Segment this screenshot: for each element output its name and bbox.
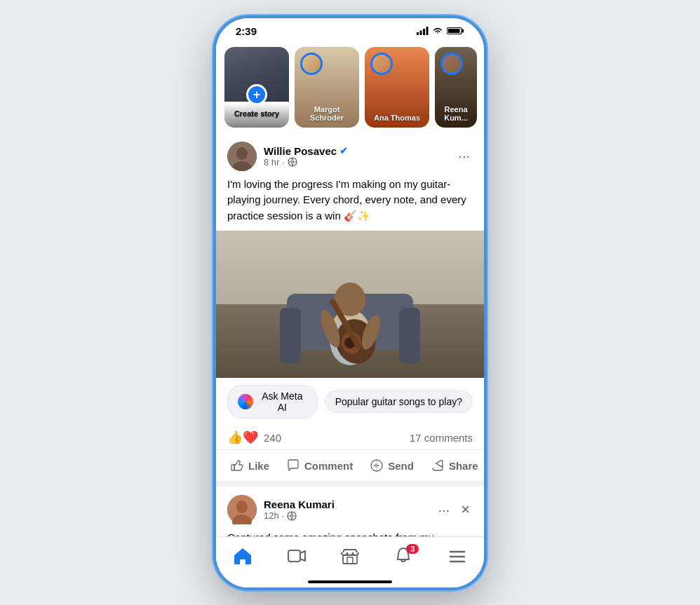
story-card-margot[interactable]: Margot Schroder — [295, 47, 359, 128]
status-time: 2:39 — [236, 25, 257, 37]
ai-suggestion-row: Ask Meta AI Popular guitar songs to play… — [216, 378, 484, 426]
svg-rect-3 — [426, 27, 429, 35]
svg-rect-2 — [423, 29, 425, 35]
phone-content: + Create story Margot Schroder Ana Thoma… — [216, 41, 484, 587]
svg-point-27 — [236, 501, 248, 513]
share-icon — [431, 458, 445, 473]
svg-rect-13 — [280, 308, 301, 364]
post2-text: Captured some amazing snapshots from my … — [227, 530, 473, 536]
notifications-badge: 3 — [406, 544, 419, 554]
bottom-nav: 3 — [216, 536, 484, 578]
post1-avatar[interactable] — [227, 142, 257, 171]
svg-rect-24 — [231, 465, 234, 470]
post2-avatar[interactable] — [227, 495, 257, 524]
like-emoji: 👍 — [227, 430, 243, 445]
wifi-icon — [432, 27, 443, 35]
send-btn[interactable]: Send — [361, 453, 422, 478]
post1-text: I'm loving the progress I'm making on my… — [216, 177, 484, 231]
nav-item-menu[interactable] — [439, 544, 476, 568]
menu-icon — [447, 547, 467, 565]
nav-item-marketplace[interactable] — [332, 544, 368, 568]
create-story-plus: + — [246, 84, 267, 105]
verified-badge: ✔ — [339, 145, 348, 156]
like-btn[interactable]: Like — [222, 453, 278, 478]
reaction-count: 240 — [264, 432, 281, 444]
story-card-create[interactable]: + Create story — [224, 47, 289, 128]
svg-rect-14 — [399, 308, 420, 364]
globe-icon-2 — [287, 511, 297, 521]
status-bar: 2:39 — [216, 18, 484, 41]
post2-author-name[interactable]: Reena Kumari — [264, 498, 335, 510]
post1-options-btn[interactable]: ··· — [455, 145, 473, 167]
svg-point-8 — [236, 147, 248, 160]
nav-item-home[interactable] — [224, 544, 261, 568]
globe-icon — [288, 157, 297, 167]
love-emoji: ❤️ — [243, 430, 258, 445]
post-card-1: Willie Posavec ✔ 8 hr · — [216, 133, 484, 482]
story-card-reena[interactable]: Reena Kum... — [435, 47, 477, 128]
post-card-2: Reena Kumari 12h · — [216, 487, 484, 536]
svg-rect-0 — [417, 32, 419, 35]
svg-rect-31 — [288, 550, 300, 562]
ask-meta-btn[interactable]: Ask Meta AI — [227, 385, 318, 419]
phone-frame: 2:39 — [213, 15, 487, 590]
nav-item-video[interactable] — [278, 544, 315, 568]
marketplace-icon — [340, 547, 360, 565]
reactions-row: 👍 ❤️ 240 17 comments — [216, 426, 484, 450]
home-indicator — [308, 580, 392, 583]
svg-rect-32 — [343, 555, 357, 564]
svg-rect-5 — [462, 29, 464, 33]
comments-count[interactable]: 17 comments — [410, 432, 473, 444]
post2-header-actions: ··· × — [435, 499, 473, 521]
svg-rect-33 — [347, 557, 353, 564]
post1-author-info: Willie Posavec ✔ 8 hr · — [264, 145, 348, 168]
post-header-left-1: Willie Posavec ✔ 8 hr · — [227, 142, 348, 171]
post2-options-btn[interactable]: ··· — [435, 499, 452, 521]
status-icons — [417, 27, 464, 35]
post2-close-btn[interactable]: × — [458, 501, 473, 519]
suggestion-chip[interactable]: Popular guitar songs to play? — [325, 390, 473, 413]
action-row: Like Comment Send — [216, 450, 484, 481]
comment-btn[interactable]: Comment — [278, 453, 361, 478]
home-indicator-container — [216, 578, 484, 587]
story-create-label: Create story — [224, 103, 289, 128]
home-icon — [233, 547, 253, 565]
stories-row: + Create story Margot Schroder Ana Thoma… — [216, 41, 484, 133]
svg-rect-6 — [448, 29, 460, 33]
post1-meta: 8 hr · — [264, 157, 348, 168]
post-header-1: Willie Posavec ✔ 8 hr · — [216, 133, 484, 177]
post2-header: Reena Kumari 12h · — [227, 495, 473, 524]
meta-ai-icon — [238, 394, 253, 409]
post2-author-info: Reena Kumari 12h · — [264, 498, 335, 521]
battery-icon — [447, 27, 464, 35]
post1-author-name[interactable]: Willie Posavec ✔ — [264, 145, 348, 157]
video-icon — [287, 547, 307, 565]
feed[interactable]: + Create story Margot Schroder Ana Thoma… — [216, 41, 484, 536]
comment-icon — [286, 458, 300, 473]
guitar-player-illustration — [273, 238, 427, 378]
story-ana-label: Ana Thomas — [365, 114, 429, 128]
post1-image — [216, 231, 484, 378]
story-card-ana[interactable]: Ana Thomas — [365, 47, 429, 128]
story-reena-label: Reena Kum... — [435, 105, 477, 128]
signal-icon — [417, 27, 429, 35]
nav-item-notifications[interactable]: 3 — [385, 544, 422, 568]
svg-rect-1 — [420, 31, 422, 36]
post2-meta: 12h · — [264, 510, 335, 521]
post2-header-left: Reena Kumari 12h · — [227, 495, 335, 524]
share-btn[interactable]: Share — [422, 453, 484, 478]
send-icon — [370, 458, 384, 473]
story-margot-label: Margot Schroder — [295, 105, 359, 128]
like-icon — [230, 458, 244, 473]
reaction-icons: 👍 ❤️ 240 — [227, 430, 281, 445]
